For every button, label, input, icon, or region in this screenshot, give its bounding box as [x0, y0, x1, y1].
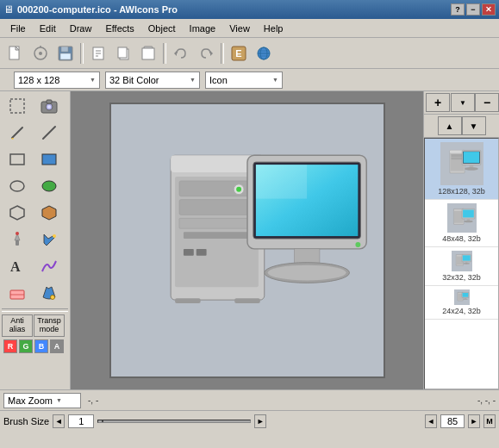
toolbox: A [0, 91, 71, 389]
icon-label-128: 128x128, 32b [438, 187, 485, 196]
svg-point-41 [53, 234, 56, 238]
svg-point-45 [51, 296, 55, 300]
channel-b[interactable]: B [34, 339, 48, 353]
icon-entry-48[interactable]: 48x48, 32b [425, 200, 498, 247]
svg-line-30 [12, 128, 22, 138]
nav-down-button[interactable]: ▼ [462, 116, 486, 135]
svg-rect-53 [183, 232, 249, 239]
camera-tool[interactable] [34, 93, 65, 119]
canvas-area[interactable] [71, 91, 423, 389]
window-title: 000200-computer.ico - AWIcons Pro [17, 4, 178, 15]
svg-point-3 [39, 52, 42, 55]
eraser-tool[interactable] [2, 280, 33, 306]
help-button[interactable]: ? [451, 3, 465, 16]
hex-fill-tool[interactable] [34, 200, 65, 226]
size-bar: 128 x 128 32 Bit Color Icon [0, 69, 499, 91]
title-bar: 🖥 000200-computer.ico - AWIcons Pro ? − … [0, 0, 499, 19]
undo-button[interactable] [169, 41, 193, 65]
menu-edit[interactable]: Edit [33, 20, 63, 37]
svg-rect-56 [183, 249, 193, 256]
export-button[interactable]: E [227, 41, 251, 65]
tool-row-3 [2, 146, 68, 172]
anti-alias-button[interactable]: Anti alias [2, 314, 33, 337]
svg-marker-37 [10, 206, 24, 220]
menu-effects[interactable]: Effects [98, 20, 140, 37]
color-channel-row: R G B A [2, 338, 68, 355]
menu-help[interactable]: Help [257, 20, 290, 37]
svg-rect-58 [175, 298, 201, 303]
svg-line-32 [43, 127, 55, 139]
dimension-dropdown[interactable]: 128 x 128 [14, 72, 100, 89]
toolbar-sep-3 [221, 43, 224, 64]
paint-tool[interactable] [34, 227, 65, 252]
right-next-button[interactable]: ► [468, 414, 480, 428]
main-area: A [0, 91, 499, 389]
svg-rect-76 [463, 152, 479, 163]
icon-entry-128[interactable]: 128x128, 32b [425, 139, 498, 200]
right-prev-button[interactable]: ◄ [425, 414, 437, 428]
save-button[interactable] [53, 41, 78, 65]
menu-view[interactable]: View [222, 20, 257, 37]
menu-bar: File Edit Draw Effects Object Image View… [0, 19, 499, 38]
curve-tool[interactable] [34, 253, 65, 279]
icon-list[interactable]: 128x128, 32b [424, 138, 499, 389]
copy-button[interactable] [111, 41, 135, 65]
close-button[interactable]: ✕ [482, 3, 496, 16]
icon-entry-24[interactable]: 24x24, 32b [425, 286, 498, 320]
svg-rect-57 [196, 249, 206, 256]
redo-button[interactable] [194, 41, 218, 65]
size-bar-spacer [3, 72, 9, 89]
channel-r[interactable]: R [3, 339, 17, 353]
canvas-container [109, 103, 385, 378]
status-bar: Max Zoom -, - -, -, - [0, 389, 499, 410]
ellipse-outline-tool[interactable] [2, 173, 33, 199]
zoom-dropdown[interactable]: Max Zoom [3, 393, 81, 408]
paste-button[interactable] [136, 41, 160, 65]
coord-display-2: -, -, - [477, 395, 496, 405]
brush-value[interactable]: 1 [68, 414, 94, 428]
new-button[interactable] [3, 41, 28, 65]
new2-button[interactable] [86, 41, 110, 65]
tool-row-5 [2, 200, 68, 226]
dropper-tool[interactable] [2, 227, 33, 252]
svg-point-78 [465, 167, 478, 171]
nav-plus-button[interactable]: + [426, 93, 450, 112]
tool-row-1 [2, 93, 68, 119]
brush-prev-button[interactable]: ◄ [53, 414, 65, 428]
minimize-button[interactable]: − [466, 3, 480, 16]
brush-next-button[interactable]: ► [254, 414, 266, 428]
type-dropdown[interactable]: Icon [205, 72, 283, 89]
nav-group-right: − [475, 93, 499, 112]
rect-outline-tool[interactable] [2, 146, 33, 172]
open-button[interactable] [28, 41, 53, 65]
svg-rect-6 [61, 47, 68, 52]
menu-draw[interactable]: Draw [63, 20, 99, 37]
rect-fill-tool[interactable] [34, 146, 65, 172]
menu-object[interactable]: Object [141, 20, 183, 37]
brush-slider[interactable] [97, 420, 251, 423]
ellipse-fill-tool[interactable] [34, 173, 65, 199]
nav-minus-button[interactable]: − [475, 93, 499, 112]
nav-up-button[interactable]: ▲ [438, 116, 462, 135]
m-button[interactable]: M [483, 414, 496, 428]
fill-tool[interactable] [34, 280, 65, 306]
channel-a[interactable]: A [50, 339, 64, 353]
globe-button[interactable] [252, 41, 276, 65]
select-rect-tool[interactable] [2, 93, 33, 119]
channel-g[interactable]: G [19, 339, 33, 353]
svg-rect-52 [179, 218, 254, 228]
svg-rect-51 [179, 200, 254, 215]
hex-outline-tool[interactable] [2, 200, 33, 226]
line-tool[interactable] [34, 120, 65, 146]
text-tool[interactable]: A [2, 253, 33, 279]
icon-entry-32[interactable]: 32x32, 32b [425, 247, 498, 286]
right-value[interactable]: 85 [440, 414, 465, 428]
pencil-tool[interactable] [2, 120, 33, 146]
transp-mode-button[interactable]: Transp mode [34, 314, 65, 337]
nav-dropdown-button[interactable]: ▼ [451, 93, 475, 112]
menu-image[interactable]: Image [183, 20, 223, 37]
svg-rect-97 [462, 293, 468, 297]
icon-label-24: 24x24, 32b [442, 307, 481, 315]
color-depth-dropdown[interactable]: 32 Bit Color [105, 72, 200, 89]
menu-file[interactable]: File [3, 20, 33, 37]
